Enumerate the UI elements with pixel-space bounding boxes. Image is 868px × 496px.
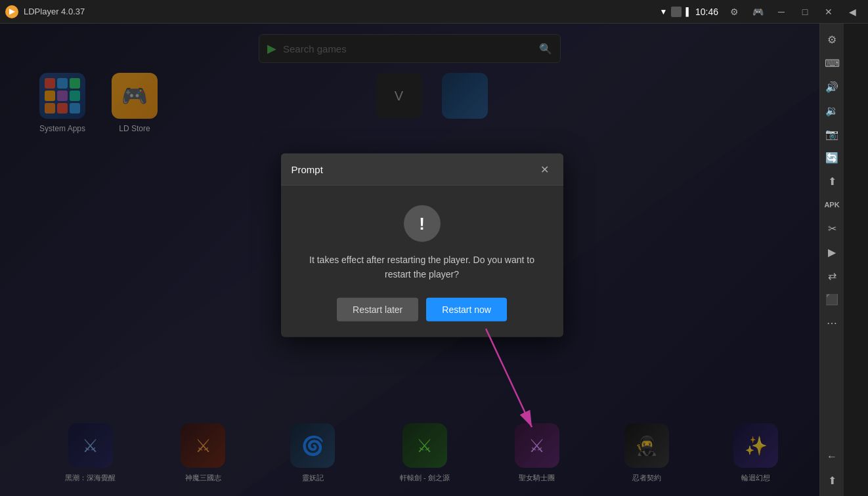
system-clock: 10:46 (695, 7, 718, 17)
sidebar-scissors-icon[interactable]: ✂ (821, 218, 842, 239)
dialog-title: Prompt (292, 163, 323, 175)
sidebar-rotate-icon[interactable]: 🔄 (821, 147, 842, 168)
dialog-buttons: Restart later Restart now (337, 298, 507, 321)
title-controls: ⚙ 🎮 ─ □ ✕ ◀ (724, 3, 863, 21)
gamepad-button[interactable]: 🎮 (747, 3, 768, 21)
title-bar: ▶ LDPlayer 4.0.37 ▼ ▌ 10:46 ⚙ 🎮 ─ □ ✕ ◀ (0, 0, 868, 24)
restart-now-button[interactable]: Restart now (426, 298, 507, 321)
sidebar-home-icon[interactable]: ⬆ (821, 470, 842, 491)
sidebar-import-icon[interactable]: ⬆ (821, 171, 842, 192)
battery-icon: ▌ (685, 7, 691, 16)
dialog-header: Prompt ✕ (281, 154, 563, 186)
back-button[interactable]: ◀ (842, 3, 863, 21)
signal-icon (671, 7, 682, 17)
wifi-icon: ▼ (660, 7, 668, 16)
main-area: ▶ 🔍 System Apps (0, 24, 844, 496)
maximize-button[interactable]: □ (794, 3, 815, 21)
title-text: LDPlayer 4.0.37 (24, 7, 85, 16)
dialog-body: ! It takes effect after restarting the p… (281, 186, 563, 337)
minimize-button[interactable]: ─ (771, 3, 792, 21)
sidebar-back-icon[interactable]: ← (821, 446, 842, 467)
warning-icon: ! (404, 205, 441, 242)
restart-later-button[interactable]: Restart later (337, 298, 418, 321)
sidebar-volume-up-icon[interactable]: 🔊 (821, 76, 842, 97)
dialog-message: It takes effect after restarting the pla… (297, 253, 548, 282)
right-sidebar: ⚙ ⌨ 🔊 🔉 📷 🔄 ⬆ APK ✂ ▶ ⇄ ⬛ ⋯ ← ⬆ (819, 24, 844, 496)
sidebar-transfer-icon[interactable]: ⇄ (821, 265, 842, 286)
sidebar-volume-down-icon[interactable]: 🔉 (821, 100, 842, 121)
sidebar-screenshot-icon[interactable]: 📷 (821, 123, 842, 144)
close-button[interactable]: ✕ (818, 3, 839, 21)
sidebar-keyboard-icon[interactable]: ⌨ (821, 52, 842, 73)
settings-button[interactable]: ⚙ (724, 3, 745, 21)
prompt-dialog: Prompt ✕ ! It takes effect after restart… (281, 154, 563, 337)
app-logo: ▶ (5, 5, 18, 18)
sidebar-apk-icon[interactable]: APK (821, 194, 842, 215)
dialog-close-button[interactable]: ✕ (537, 161, 553, 177)
tray-area: ▼ ▌ 10:46 (660, 7, 718, 17)
title-left: ▶ LDPlayer 4.0.37 (5, 5, 85, 18)
sidebar-record-icon[interactable]: ▶ (821, 241, 842, 262)
sidebar-settings-icon[interactable]: ⚙ (821, 29, 842, 50)
sidebar-more-icon[interactable]: ⋯ (821, 312, 842, 333)
sidebar-multi-icon[interactable]: ⬛ (821, 289, 842, 310)
